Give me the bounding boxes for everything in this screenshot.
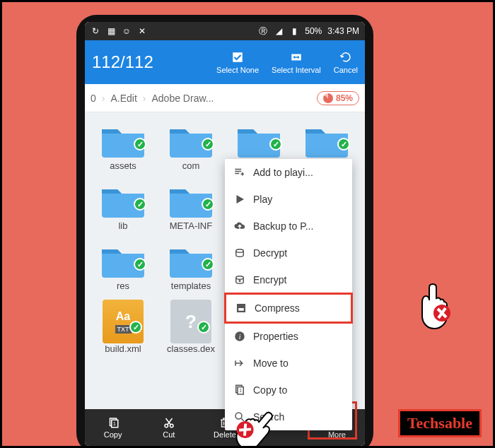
info-icon: i [233, 330, 246, 343]
move-icon [233, 357, 246, 370]
battery-icon: ▮ [289, 26, 299, 36]
signal-icon: ◢ [274, 26, 284, 36]
folder-item[interactable]: templates [160, 240, 222, 291]
file-item[interactable]: AaTXTbuild.xml [92, 300, 154, 354]
crumb-0[interactable]: 0 [91, 93, 96, 104]
menu-play[interactable]: Play [225, 186, 352, 213]
select-interval-button[interactable]: Select Interval [272, 50, 321, 74]
clock: 3:43 PM [327, 26, 359, 36]
chevron-right-icon: › [140, 93, 149, 104]
undo-icon [337, 50, 354, 64]
context-menu: Add to playi... Play Backup to P... Decr… [225, 159, 352, 430]
menu-properties[interactable]: iProperties [225, 323, 352, 350]
crumb-2[interactable]: Adobe Draw... [152, 93, 214, 104]
unknown-file-icon: ? [170, 300, 211, 343]
storage-pill[interactable]: 85% [317, 91, 359, 105]
svg-point-10 [236, 249, 244, 253]
svg-text:i: i [239, 333, 241, 341]
menu-move-to[interactable]: Move to [225, 350, 352, 377]
sync-icon: ↻ [91, 26, 100, 36]
cut-button[interactable]: Cut [141, 409, 197, 446]
selection-header: 112/112 Select None Select Interval Canc… [85, 40, 365, 84]
svg-rect-14 [238, 308, 244, 311]
svg-point-12 [239, 280, 241, 282]
folder-item[interactable]: assets [92, 119, 154, 171]
status-bar: ↻ ▦ ☺ ✕ Ⓡ ◢ ▮ 50% 3:43 PM [85, 22, 365, 40]
interval-icon [288, 50, 305, 64]
phone-frame: ↻ ▦ ☺ ✕ Ⓡ ◢ ▮ 50% 3:43 PM 112/112 Select… [76, 15, 373, 448]
lock-icon [233, 273, 246, 286]
folder-item[interactable]: com [160, 119, 222, 171]
cloud-upload-icon [233, 220, 246, 232]
svg-text:1: 1 [113, 421, 116, 426]
image-icon: ▦ [106, 26, 116, 36]
play-icon [233, 193, 246, 206]
txt-file-icon: AaTXT [103, 300, 144, 343]
pointer-hand-icon [408, 273, 465, 330]
svg-point-11 [236, 276, 244, 280]
folder-item[interactable]: lib [92, 179, 154, 231]
file-item[interactable]: ?classes.dex [160, 300, 222, 354]
cancel-button[interactable]: Cancel [334, 50, 358, 74]
unlock-icon [233, 247, 246, 259]
folder-item[interactable]: res [92, 240, 154, 291]
folder-item[interactable]: META-INF [160, 179, 222, 231]
menu-decrypt[interactable]: Decrypt [225, 240, 352, 266]
battery-pct: 50% [305, 26, 322, 36]
breadcrumb[interactable]: 0 › A.Edit › Adobe Draw... 85% [85, 84, 365, 112]
watermark-logo: Techsable [398, 409, 482, 437]
chevron-right-icon: › [99, 93, 108, 104]
svg-text:1: 1 [239, 388, 242, 393]
menu-compress[interactable]: Compress [224, 293, 353, 324]
select-none-button[interactable]: Select None [216, 50, 259, 74]
compress-icon [235, 302, 248, 314]
missed-call-icon: ✕ [137, 26, 147, 36]
crumb-1[interactable]: A.Edit [110, 93, 136, 104]
face-icon: ☺ [122, 26, 132, 36]
screen: ↻ ▦ ☺ ✕ Ⓡ ◢ ▮ 50% 3:43 PM 112/112 Select… [85, 22, 365, 446]
checkbox-icon [229, 50, 246, 64]
pie-icon [323, 93, 333, 103]
menu-encrypt[interactable]: Encrypt [225, 266, 352, 293]
menu-backup[interactable]: Backup to P... [225, 213, 352, 240]
selection-count: 112/112 [92, 52, 204, 72]
roaming-icon: Ⓡ [258, 26, 268, 36]
menu-add-to-playing[interactable]: Add to playi... [225, 159, 352, 186]
playlist-add-icon [233, 166, 246, 179]
copy-button[interactable]: 1Copy [85, 409, 141, 446]
